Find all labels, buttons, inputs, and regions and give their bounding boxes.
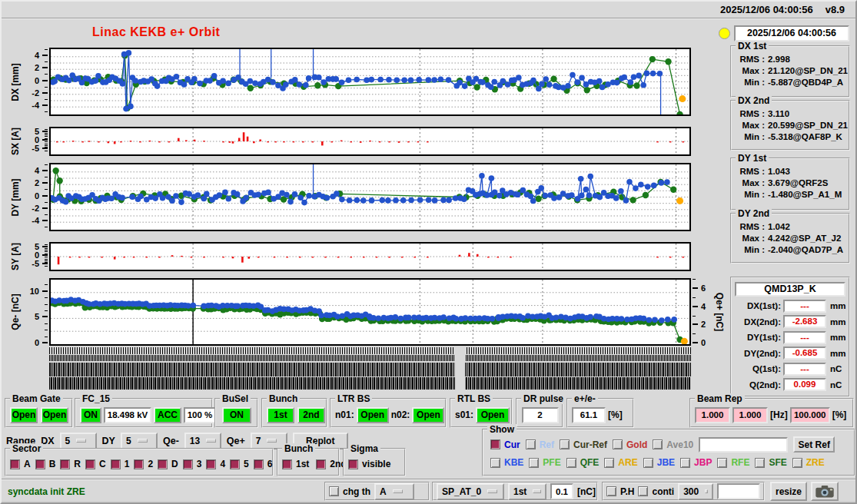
show-label: Cur-Ref [573, 439, 607, 450]
show-checkbox-qfe[interactable] [566, 458, 576, 468]
sector-checkbox-b[interactable] [35, 459, 45, 469]
axis-minor-tick [45, 250, 48, 250]
show-checkbox-jbp[interactable] [680, 458, 690, 468]
sector-checkbox-3[interactable] [183, 459, 193, 469]
fc15-percent-field[interactable]: 100 % [184, 407, 216, 423]
status-bar: syncdata init ZRE chg th A SP_AT_0 1st 0… [2, 479, 857, 501]
sector-checkbox-d[interactable] [158, 459, 168, 469]
bunch-group: Bunch 1st2nd [261, 398, 327, 428]
show-checkbox-cur[interactable] [490, 439, 500, 449]
axis-tick-mark [42, 67, 48, 68]
bunch-select[interactable]: 1st [508, 483, 546, 500]
show-checkbox-rfe[interactable] [717, 458, 727, 468]
e-ratio-label: e+/e- [572, 393, 598, 404]
sy-steering-plot[interactable] [51, 244, 689, 270]
dx-orbit-plot[interactable] [51, 49, 689, 114]
sector-checkbox-a[interactable] [10, 459, 20, 469]
set-ref-button[interactable]: Set Ref [793, 436, 835, 453]
range-select-dx[interactable]: 5 [60, 433, 97, 449]
bunch-checkbox-1st[interactable] [282, 459, 292, 469]
sector-checkbox-c[interactable] [85, 459, 95, 469]
rtl-bs-button-s01[interactable]: Open [476, 407, 510, 423]
resize-button[interactable]: resize [770, 482, 807, 501]
right-axis-minor-tick [693, 333, 696, 334]
sx-steering-plot[interactable] [51, 128, 689, 154]
beam-rep-hz-unit: [Hz] [770, 410, 788, 420]
points-select[interactable]: 300 [678, 483, 713, 500]
busel-on-button[interactable]: ON [222, 407, 251, 423]
show-item: SFE [755, 457, 786, 468]
axis-tick-mark [42, 55, 48, 56]
sector-checkbox-r[interactable] [60, 459, 70, 469]
bunch-button-2nd[interactable]: 2nd [297, 407, 325, 423]
bpm-detail-label: Q(2nd): [735, 380, 783, 390]
right-axis-minor-tick [693, 297, 696, 298]
show-checkbox-sfe[interactable] [755, 458, 765, 468]
sector-checkbox-1[interactable] [111, 459, 121, 469]
axis-tick-mark [42, 182, 48, 184]
sector-item: B [35, 459, 56, 469]
beam-gate-open-button-1[interactable]: Open [10, 407, 38, 423]
beam-rep-field-1[interactable]: 1.000 [695, 407, 730, 423]
show-checkbox-jbe[interactable] [643, 458, 653, 468]
app-version: v8.9 [825, 4, 845, 15]
beam-rep-field-2[interactable]: 1.000 [732, 407, 768, 423]
beam-rep-group: Beam Rep 1.000 1.000 [Hz] 100.000 [%] [689, 398, 854, 428]
show-checkbox-ave10[interactable] [653, 439, 663, 449]
dr-pulse-field[interactable]: 2 [522, 407, 559, 423]
charge-plot[interactable] [51, 280, 689, 344]
axis-minor-tick [45, 259, 48, 260]
app-window: 2025/12/06 04:00:56 v8.9 Linac KEKB e+ O… [0, 0, 857, 504]
sector-checkbox-2[interactable] [134, 459, 144, 469]
axis-minor-tick [45, 164, 48, 165]
axis-minor-tick [45, 254, 48, 254]
bunch-label: Bunch [267, 393, 300, 404]
ltr-bs-button-n01[interactable]: Open [357, 407, 389, 423]
bpm-detail-value: --- [783, 363, 826, 376]
axis-tick-mark [42, 316, 48, 317]
sector-item: R [60, 459, 81, 469]
conti-checkbox[interactable] [638, 486, 648, 496]
show-checkbox-gold[interactable] [613, 439, 623, 449]
sector-label: 3 [197, 459, 202, 469]
beam-gate-open-button-2[interactable]: Open [41, 407, 68, 423]
bunch-item: 2nd [316, 459, 346, 469]
e-ratio-group: e+/e- 61.1 [%] [566, 398, 634, 428]
bpm-select[interactable]: SP_AT_0 [437, 483, 504, 500]
range-name-qe: Qe- [163, 436, 179, 446]
sector-label: D [171, 459, 178, 469]
fc15-on-button[interactable]: ON [80, 407, 101, 423]
show-checkbox-are[interactable] [604, 458, 614, 468]
axis-minor-tick [45, 145, 48, 146]
fc15-acc-button[interactable]: ACC [154, 407, 181, 423]
sigma-checkbox-visible[interactable] [348, 459, 358, 469]
threshold-select[interactable]: A [374, 483, 414, 500]
axis-tick-mark [42, 148, 48, 149]
show-checkbox-pfe[interactable] [529, 458, 539, 468]
ref-name-input[interactable] [699, 437, 788, 453]
e-ratio-field[interactable]: 61.1 [572, 407, 606, 423]
ph-checkbox[interactable] [606, 486, 616, 496]
bunch-checkbox-2nd[interactable] [316, 459, 326, 469]
sector-checkbox-4[interactable] [206, 459, 216, 469]
dy-orbit-plot[interactable] [51, 164, 689, 230]
extra-field[interactable] [717, 483, 760, 499]
bunch-button-1st[interactable]: 1st [267, 407, 294, 423]
show-checkbox-ref[interactable] [526, 439, 536, 449]
beam-rep-percent-field[interactable]: 100.000 [790, 407, 830, 423]
screenshot-button[interactable] [811, 482, 839, 501]
axis-tick-mark [42, 220, 48, 221]
show-checkbox-cur-ref[interactable] [560, 439, 570, 449]
sector-checkbox-6[interactable] [254, 459, 264, 469]
fc15-kv-field[interactable]: 18.498 kV [104, 407, 151, 423]
threshold-field[interactable]: 0.1 [550, 483, 573, 499]
chg-th-checkbox[interactable] [329, 486, 339, 496]
range-select-dy[interactable]: 5 [121, 433, 158, 449]
show-label: RFE [731, 457, 749, 468]
show-item: Ave10 [653, 439, 693, 450]
range-select-qe[interactable]: 13 [184, 433, 221, 449]
ltr-bs-button-n02[interactable]: Open [412, 407, 444, 423]
sector-checkbox-5[interactable] [230, 459, 240, 469]
show-checkbox-kbe[interactable] [490, 458, 500, 468]
show-checkbox-zre[interactable] [792, 458, 802, 468]
